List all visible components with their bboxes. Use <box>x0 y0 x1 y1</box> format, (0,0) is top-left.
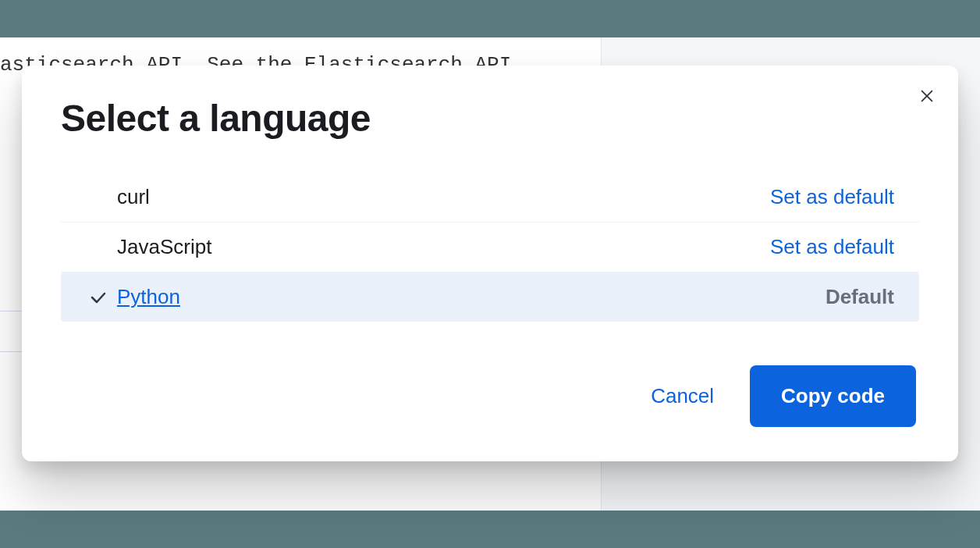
language-row-javascript[interactable]: JavaScript Set as default <box>61 222 919 272</box>
language-name: Python <box>117 285 180 309</box>
cancel-button[interactable]: Cancel <box>646 378 719 415</box>
close-icon <box>918 87 936 107</box>
language-row-curl[interactable]: curl Set as default <box>61 173 919 222</box>
language-name: curl <box>117 185 150 209</box>
language-list: curl Set as default JavaScript Set as de… <box>61 173 919 322</box>
language-name: JavaScript <box>117 235 211 259</box>
modal-footer: Cancel Copy code <box>61 365 919 427</box>
modal-title: Select a language <box>61 97 919 140</box>
set-default-button[interactable]: Set as default <box>770 185 894 209</box>
select-language-modal: Select a language curl Set as default Ja… <box>22 66 958 461</box>
check-icon <box>80 288 117 307</box>
language-row-python[interactable]: Python Default <box>61 272 919 322</box>
set-default-button[interactable]: Set as default <box>770 235 894 259</box>
copy-code-button[interactable]: Copy code <box>750 365 916 427</box>
default-label: Default <box>826 285 894 309</box>
close-button[interactable] <box>913 83 941 111</box>
